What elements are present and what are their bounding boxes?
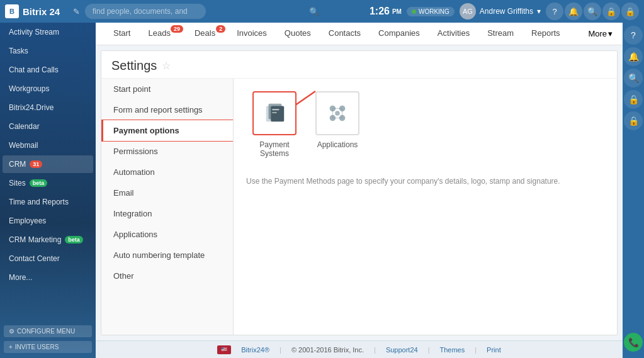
- sidebar-item-calendar[interactable]: Calendar: [3, 118, 93, 135]
- footer-print-link[interactable]: Print: [487, 346, 501, 354]
- sidebar-item-crm-marketing[interactable]: CRM Marketing beta: [3, 231, 93, 249]
- configure-menu-btn[interactable]: ⚙ CONFIGURE MENU: [4, 325, 92, 337]
- crm-nav-deals[interactable]: Deals 2: [187, 23, 227, 45]
- user-name: Andrew Griffiths: [480, 7, 533, 16]
- sidebar-item-label: Calendar: [9, 122, 40, 131]
- sidebar-item-chat-and-calls[interactable]: Chat and Calls: [3, 61, 93, 79]
- crm-nav-start[interactable]: Start: [106, 23, 138, 45]
- help-icon-btn[interactable]: ?: [546, 3, 563, 20]
- settings-menu-payment-options[interactable]: Payment options: [101, 120, 233, 141]
- crm-nav-leads[interactable]: Leads 29: [140, 23, 184, 45]
- settings-menu-applications[interactable]: Applications: [101, 224, 233, 245]
- footer-sep4: |: [475, 346, 477, 354]
- time-suffix: PM: [392, 8, 402, 15]
- payment-systems-label: Payment Systems: [246, 140, 303, 158]
- settings-menu-email[interactable]: Email: [101, 182, 233, 203]
- right-bell-icon-btn[interactable]: 🔔: [624, 47, 643, 66]
- settings-description: Use the Payment Methods page to specify …: [246, 177, 604, 186]
- sidebar-item-label: Bitrix24.Drive: [9, 103, 54, 112]
- app-name: Bitrix 24: [23, 6, 60, 17]
- crm-nav-label: Stream: [487, 28, 514, 38]
- crm-nav-more-label: More: [588, 29, 607, 38]
- phone-icon-btn[interactable]: 📞: [624, 333, 643, 352]
- sidebar-item-crm[interactable]: CRM 31: [3, 155, 93, 173]
- crm-nav-label: Start: [113, 28, 130, 38]
- right-help-icon-btn[interactable]: ?: [624, 26, 643, 45]
- user-chevron-icon: ▾: [537, 7, 541, 16]
- invite-users-btn[interactable]: + INVITE USERS: [4, 341, 92, 353]
- settings-menu-auto-numbering[interactable]: Auto numbering template: [101, 245, 233, 266]
- lock2-icon-btn[interactable]: 🔒: [621, 3, 639, 20]
- search-wrap: 🔍: [85, 4, 324, 19]
- top-icons: ? 🔔 🔍 🔒 🔒: [546, 3, 639, 20]
- sidebar-footer: ⚙ CONFIGURE MENU + INVITE USERS: [0, 320, 96, 358]
- sidebar-item-label: Workgroups: [9, 84, 49, 93]
- sidebar-item-webmail[interactable]: Webmail: [3, 137, 93, 154]
- working-dot: [412, 9, 416, 14]
- bitrix-logo-icon: B: [5, 4, 19, 18]
- settings-menu-permissions[interactable]: Permissions: [101, 141, 233, 162]
- notifications-icon-btn[interactable]: 🔔: [565, 3, 582, 20]
- sidebar-item-more[interactable]: More...: [3, 269, 93, 286]
- crm-nav-label: Activities: [438, 28, 470, 38]
- working-badge: WORKING: [407, 7, 455, 16]
- applications-item[interactable]: Applications: [315, 91, 359, 158]
- settings-body: Start point Form and report settings Pay…: [101, 79, 617, 335]
- crm-nav-more-chevron-icon: ▾: [608, 29, 613, 38]
- sidebar-item-contact-center[interactable]: Contact Center: [3, 250, 93, 267]
- edit-icon[interactable]: ✎: [73, 7, 80, 16]
- right-lock2-icon-btn[interactable]: 🔒: [624, 111, 643, 130]
- applications-label: Applications: [317, 140, 358, 149]
- search-global-icon-btn[interactable]: 🔍: [584, 3, 601, 20]
- right-search-icon-btn[interactable]: 🔍: [624, 69, 643, 87]
- crm-nav-label: Invoices: [237, 28, 267, 38]
- settings-menu-automation[interactable]: Automation: [101, 162, 233, 182]
- crm-nav-reports[interactable]: Reports: [524, 23, 568, 45]
- sidebar-item-time-and-reports[interactable]: Time and Reports: [3, 193, 93, 211]
- settings-menu-form-report[interactable]: Form and report settings: [101, 99, 233, 120]
- search-icon[interactable]: 🔍: [309, 7, 319, 16]
- svg-rect-6: [272, 109, 279, 110]
- crm-nav-stream[interactable]: Stream: [480, 23, 521, 45]
- crm-nav-quotes[interactable]: Quotes: [277, 23, 319, 45]
- settings-menu-integration[interactable]: Integration: [101, 203, 233, 224]
- crm-nav: Start Leads 29 Deals 2 Invoices Quotes C…: [96, 23, 623, 45]
- time-display: 1:26PM: [370, 6, 402, 17]
- settings-menu-other[interactable]: Other: [101, 266, 233, 286]
- user-area[interactable]: AG Andrew Griffiths ▾: [460, 3, 541, 20]
- settings-menu-start-point[interactable]: Start point: [101, 79, 233, 99]
- sidebar-item-activity-stream[interactable]: Activity Stream: [3, 23, 93, 41]
- crm-nav-companies[interactable]: Companies: [371, 23, 427, 45]
- crm-badge: 31: [30, 160, 42, 168]
- sidebar-item-employees[interactable]: Employees: [3, 212, 93, 230]
- page-title: Settings: [111, 59, 157, 73]
- crm-nav-label: Deals: [195, 28, 215, 38]
- payment-systems-icon: [263, 101, 286, 125]
- crm-nav-activities[interactable]: Activities: [430, 23, 477, 45]
- sidebar-item-bitrix24drive[interactable]: Bitrix24.Drive: [3, 99, 93, 116]
- footer-brand[interactable]: Bitrix24®: [241, 346, 269, 354]
- search-input[interactable]: [85, 4, 206, 19]
- crm-nav-more[interactable]: More ▾: [588, 29, 613, 38]
- crm-nav-label: Companies: [378, 28, 420, 38]
- sidebar-item-label: Contact Center: [9, 254, 60, 263]
- footer-copyright: © 2001-2016 Bitrix, Inc.: [291, 346, 364, 354]
- flag-icon: 🇺🇸: [217, 345, 231, 354]
- sidebar-item-workgroups[interactable]: Workgroups: [3, 80, 93, 98]
- sidebar-item-tasks[interactable]: Tasks: [3, 42, 93, 60]
- footer-support-link[interactable]: Support24: [386, 346, 418, 354]
- crm-nav-contacts[interactable]: Contacts: [321, 23, 368, 45]
- page-content: Settings ☆ Start point Form and report s…: [101, 50, 618, 335]
- crm-nav-label: Quotes: [285, 28, 311, 38]
- sidebar-item-label: Activity Stream: [9, 28, 59, 36]
- crm-nav-invoices[interactable]: Invoices: [229, 23, 274, 45]
- working-label: WORKING: [419, 8, 449, 15]
- lock-icon-btn[interactable]: 🔒: [602, 3, 620, 20]
- right-lock1-icon-btn[interactable]: 🔒: [624, 90, 643, 109]
- footer-sep1: |: [280, 346, 281, 354]
- payment-systems-item[interactable]: Payment Systems: [246, 91, 303, 158]
- sidebar-item-sites[interactable]: Sites beta: [3, 174, 93, 192]
- favorite-star-icon[interactable]: ☆: [162, 60, 171, 72]
- settings-main: Payment Systems: [234, 79, 617, 335]
- footer-themes-link[interactable]: Themes: [440, 346, 465, 354]
